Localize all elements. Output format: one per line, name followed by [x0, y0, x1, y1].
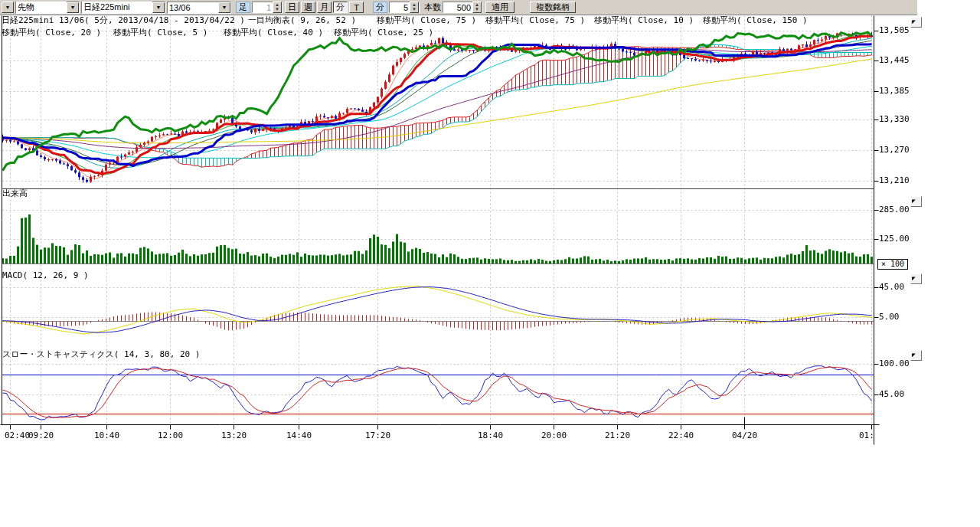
multi-symbol-button[interactable]: 複数銘柄: [530, 2, 576, 13]
macd-panel-title: MACD( 12, 26, 9 ): [2, 271, 89, 280]
x-axis-label: 04/20: [732, 431, 757, 440]
price-axis-label: 13,385: [879, 87, 910, 96]
macd-axis-label: 45.00: [879, 283, 904, 292]
instrument-category-select[interactable]: 先物 ▼: [15, 2, 80, 14]
chart-legend-symbol: 日経225mini 13/06( 5分, 2013/04/18 - 2013/0…: [2, 16, 245, 25]
bar-count-label: 本数: [424, 2, 441, 13]
period-minute-button[interactable]: 分: [333, 2, 348, 13]
macd-axis-label: 5.00: [879, 313, 900, 322]
spinner-arrows-icon[interactable]: ▲▼: [273, 2, 282, 13]
chevron-down-icon[interactable]: ▼: [152, 2, 165, 13]
x-axis-label: 20:00: [541, 431, 567, 440]
apply-button[interactable]: 適用: [485, 2, 514, 13]
spinner-arrows-icon[interactable]: ▲▼: [410, 2, 419, 13]
minute-label: 分: [373, 2, 387, 13]
price-axis-label: 13,330: [879, 115, 910, 124]
volume-axis-label: 285.00: [879, 205, 910, 214]
chart-legend-ma150: 移動平均( Close, 150 ): [703, 16, 808, 25]
period-week-button[interactable]: 週: [301, 2, 315, 13]
panel-collapse-button[interactable]: ◤: [910, 17, 922, 28]
toolbar-dropdown-button[interactable]: ▼: [2, 2, 14, 13]
x-axis-label: 17:20: [365, 431, 390, 440]
symbol-value: 日経225mini: [82, 2, 152, 13]
x-axis-label: 02:40: [5, 431, 30, 440]
stoch-axis-label: 100.00: [879, 359, 910, 368]
chart-legend-ichimoku: 一目均衡表( 9, 26, 52 ): [248, 16, 356, 25]
volume-panel-title: 出来高: [2, 189, 28, 198]
contract-month-value: 13/06: [168, 3, 218, 12]
chart-legend-ma5: 移動平均( Close, 5 ): [113, 28, 207, 38]
period-day-button[interactable]: 日: [285, 2, 299, 13]
bar-count-value: 500: [443, 2, 472, 12]
period-tick-button[interactable]: T: [349, 2, 364, 13]
chart-canvas[interactable]: [0, 0, 980, 527]
chart-application-window: ▼ 先物 ▼ 日経225mini ▼ 13/06 ▼ 足 1 ▲▼ 日 週 月 …: [0, 0, 980, 527]
x-axis-label: 21:20: [605, 431, 630, 440]
symbol-select[interactable]: 日経225mini ▼: [81, 2, 165, 14]
contract-month-select[interactable]: 13/06 ▼: [167, 2, 231, 14]
stoch-panel-title: スロー・ストキャスティクス( 14, 3, 80, 20 ): [2, 350, 200, 359]
chevron-down-icon[interactable]: ▼: [67, 2, 79, 13]
volume-multiplier-badge: × 100: [877, 259, 908, 270]
volume-axis-label: 125.00: [879, 234, 910, 244]
panel-collapse-button[interactable]: ◤: [910, 273, 922, 284]
chevron-down-icon[interactable]: ▼: [218, 2, 230, 13]
x-axis-label: 13:20: [221, 431, 247, 440]
x-axis-label: 14:40: [286, 431, 312, 440]
price-axis-label: 13,505: [879, 26, 910, 35]
panel-collapse-button[interactable]: ◤: [910, 350, 922, 361]
instrument-category-value: 先物: [16, 2, 67, 13]
chart-legend-ma75: 移動平均( Close, 75 ): [377, 16, 476, 25]
bar-type-label: 足: [236, 2, 250, 13]
minute-value: 5: [390, 2, 410, 12]
price-axis-label: 13,210: [879, 176, 910, 185]
chart-legend-ma75b: 移動平均( Close, 75 ): [485, 16, 585, 25]
period-month-button[interactable]: 月: [317, 2, 332, 13]
toolbar: ▼ 先物 ▼ 日経225mini ▼ 13/06 ▼ 足 1 ▲▼ 日 週 月 …: [0, 0, 917, 15]
chart-legend-ma10: 移動平均( Close, 10 ): [594, 16, 694, 25]
x-axis-label: 01:: [859, 431, 874, 440]
bar-count-spinner[interactable]: 500 ▲▼: [443, 2, 482, 13]
x-axis-label: 12:00: [158, 431, 183, 440]
x-axis-label: 18:40: [478, 431, 503, 440]
chart-legend-ma20: 移動平均( Close, 20 ): [2, 28, 101, 38]
price-axis-label: 13,445: [879, 56, 910, 65]
minute-value-spinner[interactable]: 5 ▲▼: [389, 2, 420, 13]
panel-collapse-button[interactable]: ◤: [910, 196, 922, 207]
stoch-axis-label: 45.00: [879, 390, 904, 399]
x-axis-label: 10:40: [94, 431, 119, 440]
x-axis-label: 09:20: [28, 431, 54, 440]
chart-legend-ma25: 移動平均( Close, 25 ): [334, 28, 433, 38]
bar-interval-value: 1: [253, 2, 273, 12]
spinner-arrows-icon[interactable]: ▲▼: [472, 2, 482, 13]
x-axis-label: 22:40: [668, 431, 694, 440]
bar-interval-spinner[interactable]: 1 ▲▼: [252, 2, 283, 13]
chart-legend-ma40: 移動平均( Close, 40 ): [224, 28, 323, 38]
price-axis-label: 13,270: [879, 146, 910, 155]
